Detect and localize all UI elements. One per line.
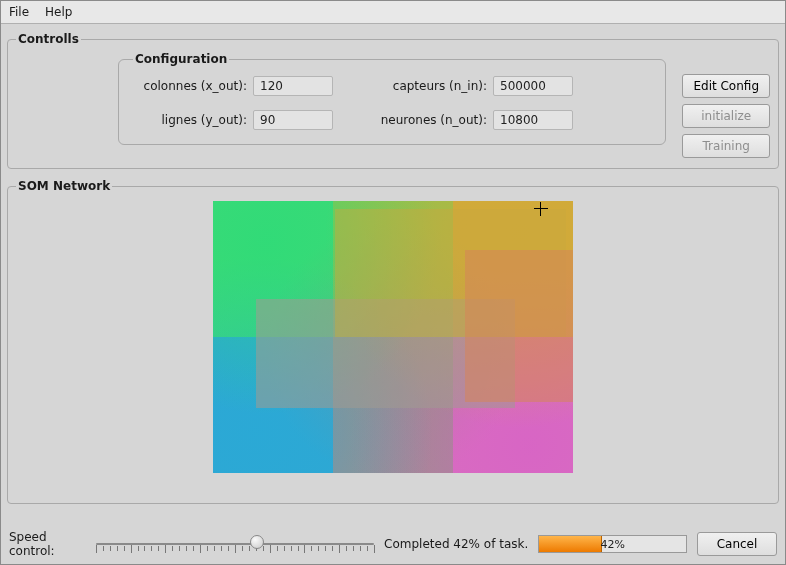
speed-slider[interactable] <box>96 533 374 555</box>
lignes-label: lignes (y_out): <box>133 113 253 127</box>
initialize-button[interactable]: initialize <box>682 104 770 128</box>
capteurs-label: capteurs (n_in): <box>373 79 493 93</box>
edit-config-button[interactable]: Edit Config <box>682 74 770 98</box>
controls-legend: Controlls <box>16 32 81 46</box>
speed-label: Speed control: <box>9 530 90 558</box>
som-panel: SOM Network <box>7 179 779 504</box>
capteurs-field[interactable] <box>493 76 573 96</box>
menu-help[interactable]: Help <box>41 3 76 21</box>
cancel-button[interactable]: Cancel <box>697 532 777 556</box>
neurones-label: neurones (n_out): <box>373 113 493 127</box>
neurones-field[interactable] <box>493 110 573 130</box>
progress-label: 42% <box>539 536 686 552</box>
training-button[interactable]: Training <box>682 134 770 158</box>
configuration-legend: Configuration <box>133 52 229 66</box>
lignes-field[interactable] <box>253 110 333 130</box>
som-heatmap <box>213 201 573 473</box>
status-text: Completed 42% of task. <box>384 537 528 551</box>
progress-bar: 42% <box>538 535 687 553</box>
configuration-panel: Configuration colonnes (x_out): capteurs… <box>118 52 666 145</box>
colonnes-field[interactable] <box>253 76 333 96</box>
menu-file[interactable]: File <box>5 3 33 21</box>
som-legend: SOM Network <box>16 179 112 193</box>
colonnes-label: colonnes (x_out): <box>133 79 253 93</box>
menubar: File Help <box>1 1 785 24</box>
controls-panel: Controlls Configuration colonnes (x_out)… <box>7 32 779 169</box>
